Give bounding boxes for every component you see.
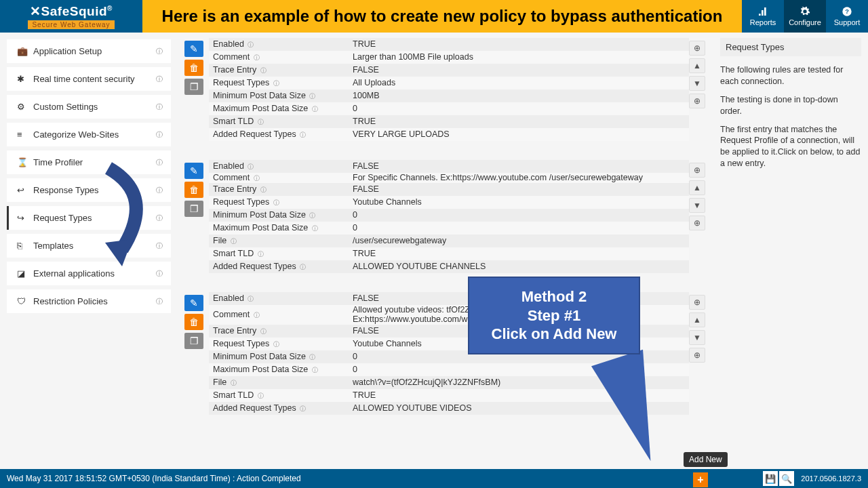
row-label: Enabled ⓘ (209, 161, 353, 171)
nav-configure[interactable]: Configure (784, 0, 826, 33)
row-label: Request Types ⓘ (209, 78, 353, 88)
row-value: Youtube Channels (353, 197, 689, 207)
clone-button[interactable]: ❐ (184, 79, 203, 95)
page-title: Here is an example of how to create new … (142, 0, 742, 33)
info-icon: ⓘ (156, 297, 163, 306)
move-down-button[interactable]: ▼ (689, 198, 705, 213)
instruction-callout: Method 2 Step #1 Click on Add New (468, 277, 640, 354)
row-value: 100MB (353, 91, 689, 100)
expand-button[interactable]: ⊕ (689, 216, 705, 230)
policy-row: Maximum Post Data Size ⓘ0 (209, 102, 689, 115)
info-icon: ⓘ (156, 47, 163, 56)
row-label: Trace Entry ⓘ (209, 65, 353, 75)
row-label: Request Types ⓘ (209, 197, 353, 207)
nav-reports[interactable]: Reports (742, 0, 784, 33)
info-icon: ⓘ (156, 75, 163, 84)
row-value: VERY LARGE UPLOADS (353, 129, 689, 139)
curved-arrow-icon (95, 161, 163, 270)
row-value: FALSE (353, 65, 689, 75)
row-label: Minimum Post Data Size ⓘ (209, 91, 353, 101)
policy-row: File ⓘ/user/securewebgateway (209, 235, 689, 247)
delete-button[interactable]: 🗑 (184, 314, 203, 330)
row-value: TRUE (353, 117, 689, 126)
policy-row: Minimum Post Data Size ⓘ0 (209, 209, 689, 222)
sidebar-categorize-websites[interactable]: ≡Categorize Web-Sitesⓘ (7, 123, 171, 146)
move-up-button[interactable]: ▲ (689, 58, 705, 73)
row-value: ALLOWED YOUTUBE CHANNELS (353, 262, 689, 271)
row-label: Trace Entry ⓘ (209, 184, 353, 195)
policy-row: Maximum Post Data Size ⓘ0 (209, 222, 689, 235)
row-label: File ⓘ (209, 236, 353, 246)
policy-row: Added Request Types ⓘALLOWED YOUTUBE CHA… (209, 260, 689, 273)
row-label: Smart TLD ⓘ (209, 117, 353, 127)
edit-button[interactable]: ✎ (184, 163, 203, 179)
info-icon: ⓘ (156, 130, 163, 140)
expand-button[interactable]: ⊕ (689, 163, 705, 178)
sidebar-application-setup[interactable]: 💼Application Setupⓘ (7, 39, 171, 63)
row-label: Smart TLD ⓘ (209, 249, 353, 259)
row-value: 0 (353, 223, 689, 232)
expand-button[interactable]: ⊕ (689, 94, 705, 108)
help-panel: Request Types The following rules are te… (713, 33, 868, 455)
policy-row: Smart TLD ⓘTRUE (209, 115, 689, 128)
status-text: Wed May 31 2017 18:51:52 GMT+0530 (India… (7, 474, 763, 483)
row-label: Enabled ⓘ (209, 39, 353, 49)
row-label: Smart TLD ⓘ (209, 390, 353, 401)
policy-row: Added Request Types ⓘVERY LARGE UPLOADS (209, 128, 689, 141)
add-new-tooltip: Add New (684, 452, 728, 467)
sidebar-realtime-content[interactable]: ✱Real time content securityⓘ (7, 67, 171, 91)
row-label: Added Request Types ⓘ (209, 129, 353, 140)
edit-button[interactable]: ✎ (184, 295, 203, 311)
row-value: FALSE (353, 184, 689, 194)
status-bar: Wed May 31 2017 18:51:52 GMT+0530 (India… (0, 469, 868, 488)
info-icon: ⓘ (156, 269, 163, 279)
nav-support[interactable]: ? Support (826, 0, 868, 33)
row-label: Added Request Types ⓘ (209, 403, 353, 413)
row-value: TRUE (353, 249, 689, 258)
delete-button[interactable]: 🗑 (184, 60, 203, 76)
move-up-button[interactable]: ▲ (689, 180, 705, 195)
row-label: Minimum Post Data Size ⓘ (209, 352, 353, 362)
svg-text:?: ? (845, 8, 849, 15)
row-value: All Uploads (353, 78, 689, 87)
row-value: FALSE (353, 161, 689, 171)
expand-button[interactable]: ⊕ (689, 295, 705, 310)
move-down-button[interactable]: ▼ (689, 330, 705, 345)
sidebar-custom-settings[interactable]: ⚙Custom Settingsⓘ (7, 95, 171, 119)
clone-button[interactable]: ❐ (184, 333, 203, 349)
row-label: Comment ⓘ (209, 310, 353, 320)
policy-row: Enabled ⓘFALSE (209, 160, 689, 173)
policy-row: Enabled ⓘTRUE (209, 38, 689, 51)
row-value: TRUE (353, 39, 689, 49)
row-label: Minimum Post Data Size ⓘ (209, 210, 353, 220)
move-up-button[interactable]: ▲ (689, 312, 705, 327)
move-down-button[interactable]: ▼ (689, 76, 705, 91)
row-value: 0 (353, 210, 689, 220)
row-value: /user/securewebgateway (353, 236, 689, 245)
search-button[interactable]: 🔍 (779, 471, 794, 486)
row-label: Added Request Types ⓘ (209, 262, 353, 272)
save-button[interactable]: 💾 (763, 471, 778, 486)
policy-row: Request Types ⓘYoutube Channels (209, 196, 689, 209)
row-label: Maximum Post Data Size ⓘ (209, 104, 353, 114)
sidebar-restriction-policies[interactable]: 🛡Restriction Policiesⓘ (7, 289, 171, 313)
policy-row: Trace Entry ⓘFALSE (209, 183, 689, 196)
row-label: Comment ⓘ (209, 173, 353, 183)
row-label: Enabled ⓘ (209, 293, 353, 304)
svg-marker-2 (105, 239, 132, 266)
help-title: Request Types (720, 38, 861, 56)
edit-button[interactable]: ✎ (184, 41, 203, 57)
policy-row: Smart TLD ⓘTRUE (209, 247, 689, 260)
policy-row: Trace Entry ⓘFALSE (209, 64, 689, 77)
expand-button[interactable]: ⊕ (689, 41, 705, 56)
delete-button[interactable]: 🗑 (184, 182, 203, 198)
add-new-button[interactable]: + (693, 472, 708, 487)
policy-row: Minimum Post Data Size ⓘ100MB (209, 89, 689, 102)
policy-row: Comment ⓘLarger than 100MB File uploads (209, 51, 689, 64)
row-label: Trace Entry ⓘ (209, 326, 353, 336)
clone-button[interactable]: ❐ (184, 201, 203, 217)
row-label: Request Types ⓘ (209, 339, 353, 349)
expand-button[interactable]: ⊕ (689, 348, 705, 363)
row-label: File ⓘ (209, 378, 353, 388)
version-label: 2017.0506.1827.3 (801, 474, 861, 483)
